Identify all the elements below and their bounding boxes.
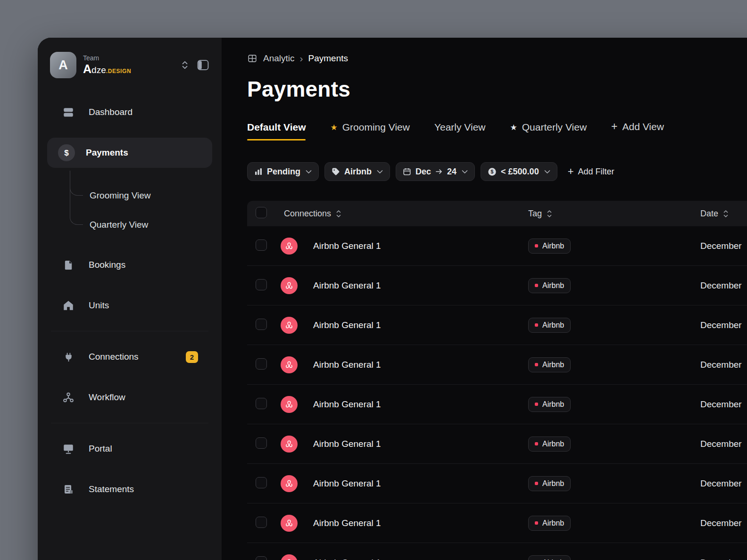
row-checkbox[interactable] bbox=[256, 279, 267, 290]
payment-date: December bbox=[700, 478, 747, 489]
row-checkbox[interactable] bbox=[256, 358, 267, 370]
tab-yearly-view[interactable]: Yearly View bbox=[434, 122, 486, 140]
column-header-date[interactable]: Date bbox=[700, 209, 747, 219]
row-checkbox[interactable] bbox=[256, 437, 267, 449]
bar-chart-icon bbox=[254, 167, 263, 176]
breadcrumb-section[interactable]: Analytic bbox=[263, 53, 295, 64]
tag-badge: Airbnb bbox=[528, 397, 571, 412]
filter-chip-500-00[interactable]: $< £500.00 bbox=[481, 162, 557, 181]
filter-chip-label: Dec bbox=[415, 167, 431, 177]
row-checkbox[interactable] bbox=[256, 517, 267, 528]
tag-label: Airbnb bbox=[542, 361, 564, 369]
sort-icon[interactable] bbox=[547, 210, 552, 218]
table-row: Airbnb General 1AirbnbDecember bbox=[247, 266, 747, 305]
filter-chip-dec[interactable]: Dec24 bbox=[396, 162, 475, 181]
row-avatar-cell bbox=[274, 317, 304, 334]
row-checkbox[interactable] bbox=[256, 398, 267, 409]
tag-label: Airbnb bbox=[542, 479, 564, 488]
tab-quarterly-view[interactable]: ★Quarterly View bbox=[510, 122, 587, 140]
tag-badge: Airbnb bbox=[528, 555, 571, 560]
sidebar-toggle-icon[interactable] bbox=[197, 59, 209, 71]
filter-chip-pending[interactable]: Pending bbox=[247, 162, 319, 181]
units-icon bbox=[61, 299, 75, 312]
sidebar-item-label: Quarterly View bbox=[90, 220, 148, 230]
sidebar-item-label: Payments bbox=[86, 148, 128, 158]
row-avatar-cell bbox=[274, 356, 304, 373]
select-all-checkbox[interactable] bbox=[256, 207, 267, 218]
sidebar-item-statements[interactable]: Statements bbox=[47, 474, 212, 504]
payment-date: December bbox=[700, 241, 747, 251]
plus-icon: + bbox=[568, 165, 574, 178]
table-body: Airbnb General 1AirbnbDecemberAirbnb Gen… bbox=[247, 226, 747, 560]
payment-date: December bbox=[700, 439, 747, 449]
sidebar-item-dashboard[interactable]: Dashboard bbox=[47, 97, 212, 127]
column-header-tag[interactable]: Tag bbox=[528, 209, 700, 219]
sidebar-item-units[interactable]: Units bbox=[47, 290, 212, 321]
airbnb-avatar-icon bbox=[281, 277, 298, 294]
tab-label: Yearly View bbox=[434, 122, 486, 133]
connection-name: Airbnb General 1 bbox=[304, 360, 528, 370]
row-checkbox-cell bbox=[247, 477, 274, 490]
tag-badge: Airbnb bbox=[528, 239, 571, 254]
chevron-expand-icon[interactable] bbox=[181, 60, 189, 70]
row-checkbox[interactable] bbox=[256, 556, 267, 560]
chevron-down-icon bbox=[462, 170, 468, 174]
airbnb-avatar-icon bbox=[281, 396, 298, 413]
row-checkbox[interactable] bbox=[256, 319, 267, 330]
table-header: Connections Tag Date bbox=[247, 201, 747, 226]
row-tag-cell: Airbnb bbox=[528, 555, 700, 560]
team-logo: A bbox=[50, 52, 76, 78]
coin-icon: $ bbox=[488, 167, 497, 176]
tag-badge: Airbnb bbox=[528, 516, 571, 531]
workspace-switcher[interactable]: A Team Adze.DESIGN bbox=[47, 52, 212, 78]
filter-chip-airbnb[interactable]: Airbnb bbox=[324, 162, 390, 181]
sidebar-item-label: Portal bbox=[89, 444, 112, 454]
table-row: Airbnb General 1AirbnbDecember bbox=[247, 385, 747, 424]
sidebar-item-workflow[interactable]: Workflow bbox=[47, 382, 212, 412]
row-tag-cell: Airbnb bbox=[528, 318, 700, 333]
select-all-cell bbox=[247, 207, 274, 221]
column-header-connections[interactable]: Connections bbox=[274, 209, 528, 219]
column-label: Date bbox=[700, 209, 718, 219]
statements-icon bbox=[61, 483, 75, 495]
sidebar-divider bbox=[51, 331, 208, 331]
breadcrumb-page[interactable]: Payments bbox=[308, 53, 348, 64]
row-tag-cell: Airbnb bbox=[528, 239, 700, 254]
notification-badge: 2 bbox=[186, 351, 198, 363]
sidebar-item-payments[interactable]: $Payments bbox=[47, 138, 212, 168]
row-avatar-cell bbox=[274, 277, 304, 294]
sidebar-item-label: Statements bbox=[89, 484, 134, 494]
connection-name: Airbnb General 1 bbox=[304, 558, 528, 560]
sidebar-item-label: Workflow bbox=[89, 392, 125, 403]
row-checkbox-cell bbox=[247, 319, 274, 332]
chevron-down-icon bbox=[377, 170, 383, 174]
tab-grooming-view[interactable]: ★Grooming View bbox=[330, 122, 409, 140]
airbnb-avatar-icon bbox=[281, 554, 298, 560]
sidebar-item-bookings[interactable]: Bookings bbox=[47, 250, 212, 280]
view-tabs: Default View★Grooming ViewYearly View★Qu… bbox=[247, 118, 747, 140]
tree-connector-icon bbox=[70, 177, 83, 225]
connection-name: Airbnb General 1 bbox=[304, 320, 528, 330]
add-filter-label: Add Filter bbox=[578, 167, 614, 177]
tab-default-view[interactable]: Default View bbox=[247, 122, 306, 140]
sort-icon[interactable] bbox=[723, 210, 729, 218]
row-checkbox[interactable] bbox=[256, 477, 267, 488]
breadcrumb: Analytic › Payments bbox=[247, 53, 747, 64]
row-avatar-cell bbox=[274, 475, 304, 492]
payment-date: December bbox=[700, 320, 747, 330]
tab-add-view[interactable]: +Add View bbox=[611, 120, 664, 140]
sidebar-item-connections[interactable]: Connections2 bbox=[47, 342, 212, 372]
tag-badge: Airbnb bbox=[528, 436, 571, 452]
svg-text:$: $ bbox=[64, 148, 69, 157]
row-checkbox-cell bbox=[247, 517, 274, 530]
calendar-icon bbox=[403, 167, 411, 176]
sidebar: A Team Adze.DESIGN Dashboard$PaymentsGro… bbox=[38, 38, 222, 560]
sidebar-item-portal[interactable]: Portal bbox=[47, 434, 212, 464]
tab-label: Grooming View bbox=[342, 122, 410, 133]
column-label: Connections bbox=[284, 209, 331, 219]
sidebar-item-quarterly-view[interactable]: Quarterly View bbox=[47, 210, 212, 239]
table-row: Airbnb General 1AirbnbDecember bbox=[247, 226, 747, 266]
add-filter-button[interactable]: + Add Filter bbox=[568, 165, 614, 178]
row-checkbox[interactable] bbox=[256, 239, 267, 251]
sort-icon[interactable] bbox=[336, 210, 341, 218]
